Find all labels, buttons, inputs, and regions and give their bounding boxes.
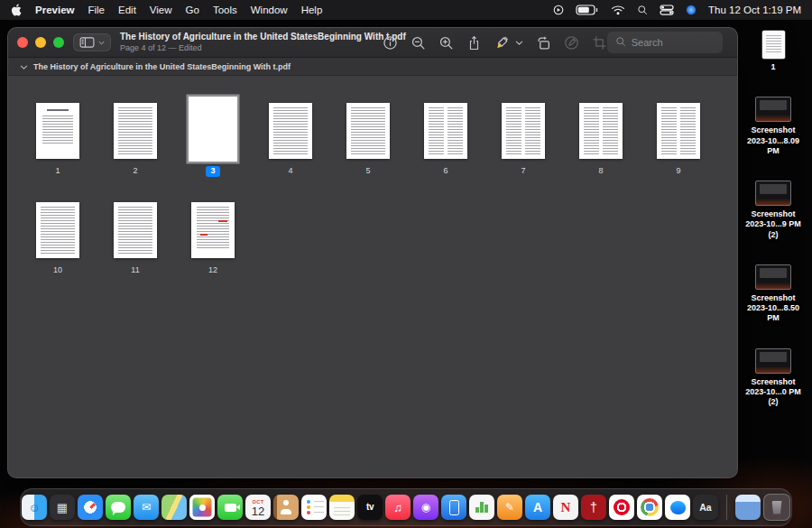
chrome-dock-icon[interactable]: [637, 495, 662, 520]
menu-app-name[interactable]: Preview: [35, 5, 74, 15]
tv-dock-icon[interactable]: tv: [357, 495, 383, 520]
app-store-glyph: A: [533, 501, 542, 514]
desktop-file-1[interactable]: 1: [762, 31, 785, 72]
spotlight-icon[interactable]: [637, 5, 648, 15]
minimized-window-dock-icon[interactable]: [735, 495, 761, 520]
page-text-lines: [273, 107, 308, 154]
page-text-column-right: [680, 107, 696, 154]
disclosure-chevron-icon[interactable]: [20, 59, 28, 75]
calendar-dock-icon[interactable]: OCT12: [245, 495, 271, 520]
menu-item-help[interactable]: Help: [301, 5, 323, 15]
sidebar-toggle-button[interactable]: [73, 33, 111, 51]
battery-icon[interactable]: [576, 5, 599, 15]
thumbnail-row-2: 101112: [19, 184, 726, 276]
desktop-file-label: Screenshot2023-10...8.50 PM: [740, 293, 807, 324]
safari-dock-icon[interactable]: [78, 495, 103, 520]
page-thumbnail-11[interactable]: [114, 202, 157, 258]
launchpad-dock-icon[interactable]: ▦: [50, 495, 75, 520]
window-subtitle: Page 4 of 12 — Edited: [120, 43, 363, 53]
facetime-dock-icon[interactable]: [217, 495, 243, 520]
finder-dock-icon[interactable]: ☺: [22, 495, 47, 520]
control-center-icon[interactable]: [660, 5, 674, 15]
search-icon: [615, 34, 626, 51]
page-cell-3: 3: [174, 85, 252, 177]
menu-item-tools[interactable]: Tools: [213, 5, 237, 15]
target-dock-icon[interactable]: [609, 495, 634, 520]
markup-icon: [564, 35, 579, 51]
zoom-out-icon[interactable]: [411, 35, 426, 51]
menu-item-file[interactable]: File: [88, 5, 105, 15]
page-heading-line: [47, 109, 69, 111]
page-thumbnail-7[interactable]: [502, 103, 545, 159]
page-thumbnail-12[interactable]: [191, 202, 235, 258]
desktop-file-2[interactable]: Screenshot2023-10...8.09 PM: [740, 97, 807, 156]
page-text-lines: [197, 207, 229, 248]
zoom-window-button[interactable]: [53, 37, 64, 48]
wifi-icon[interactable]: [611, 5, 625, 15]
page-thumbnail-1[interactable]: [36, 103, 79, 159]
netflix-dock-icon[interactable]: N: [553, 495, 578, 520]
contacts-dock-icon[interactable]: [273, 495, 299, 520]
page-thumbnail-8[interactable]: [579, 103, 623, 159]
maps-dock-icon[interactable]: [161, 495, 187, 520]
menu-clock[interactable]: Thu 12 Oct 1:19 PM: [708, 5, 801, 15]
page-number-9: 9: [676, 166, 680, 177]
highlight-icon[interactable]: [494, 35, 510, 51]
page-cell-10: 10: [19, 184, 97, 276]
document-section-header[interactable]: The History of Agriculture in the United…: [8, 58, 737, 76]
page-number-2: 2: [133, 166, 137, 177]
page-thumbnail-9[interactable]: [657, 103, 700, 159]
menu-item-go[interactable]: Go: [186, 5, 199, 15]
numbers-dock-icon[interactable]: [469, 495, 494, 520]
zoom-in-icon[interactable]: [438, 35, 454, 51]
pages-dock-icon[interactable]: ✎: [497, 495, 522, 520]
rotate-left-icon[interactable]: [536, 35, 551, 51]
share-icon[interactable]: [466, 35, 482, 51]
page-thumbnail-3[interactable]: [189, 97, 237, 162]
page-thumbnail-10[interactable]: [36, 202, 79, 258]
mail-dock-icon[interactable]: ✉: [134, 495, 159, 520]
iphone-mirroring-dock-icon[interactable]: [441, 495, 466, 520]
thumbnail-row-1: 123456789: [19, 85, 726, 177]
bible-dock-icon[interactable]: †: [581, 495, 606, 520]
app-store-dock-icon[interactable]: A: [525, 495, 550, 520]
finder-glyph: ☺: [28, 502, 40, 514]
notes-shape: [334, 507, 350, 515]
desktop-file-5[interactable]: Screenshot2023-10...0 PM (2): [740, 348, 807, 408]
page-thumbnail-4[interactable]: [269, 103, 312, 159]
page-thumbnail-5[interactable]: [346, 103, 390, 159]
trash-dock-icon[interactable]: [763, 494, 790, 521]
menu-items: FileEditViewGoToolsWindowHelp: [88, 5, 322, 15]
menu-item-view[interactable]: View: [150, 5, 172, 15]
page-thumbnail-2[interactable]: [114, 103, 157, 159]
messenger-dock-icon[interactable]: [665, 495, 690, 520]
reminders-dock-icon[interactable]: [301, 495, 327, 520]
apple-menu-icon[interactable]: [11, 4, 22, 16]
notes-dock-icon[interactable]: [329, 495, 355, 520]
menu-item-edit[interactable]: Edit: [118, 5, 136, 15]
photos-dock-icon[interactable]: [189, 495, 215, 520]
desktop-file-4[interactable]: Screenshot2023-10...8.50 PM: [740, 264, 807, 324]
info-icon[interactable]: [383, 35, 398, 51]
siri-icon[interactable]: [686, 5, 697, 15]
file-label-line1: Screenshot: [740, 377, 807, 387]
highlight-dropdown-icon[interactable]: [522, 39, 523, 47]
minimize-button[interactable]: [35, 37, 46, 48]
screen-mirroring-icon[interactable]: [553, 5, 564, 15]
page-text-lines: [41, 207, 75, 254]
desktop-file-3[interactable]: Screenshot2023-10...9 PM (2): [740, 181, 807, 240]
desktop-file-label: Screenshot2023-10...0 PM (2): [740, 377, 807, 408]
dock-separator: [726, 495, 727, 520]
font-book-dock-icon[interactable]: Aa: [693, 495, 718, 520]
page-thumbnail-6[interactable]: [424, 103, 467, 159]
messages-dock-icon[interactable]: [106, 495, 131, 520]
menu-item-window[interactable]: Window: [251, 5, 288, 15]
facetime-shape: [225, 504, 236, 512]
podcasts-dock-icon[interactable]: ◉: [413, 495, 438, 520]
music-dock-icon[interactable]: ♫: [385, 495, 411, 520]
page-cell-5: 5: [329, 85, 407, 177]
page-number-7: 7: [521, 166, 525, 177]
red-annotation-mark: [200, 234, 208, 236]
close-button[interactable]: [17, 37, 28, 48]
toolbar-search-field[interactable]: Search: [607, 32, 723, 53]
